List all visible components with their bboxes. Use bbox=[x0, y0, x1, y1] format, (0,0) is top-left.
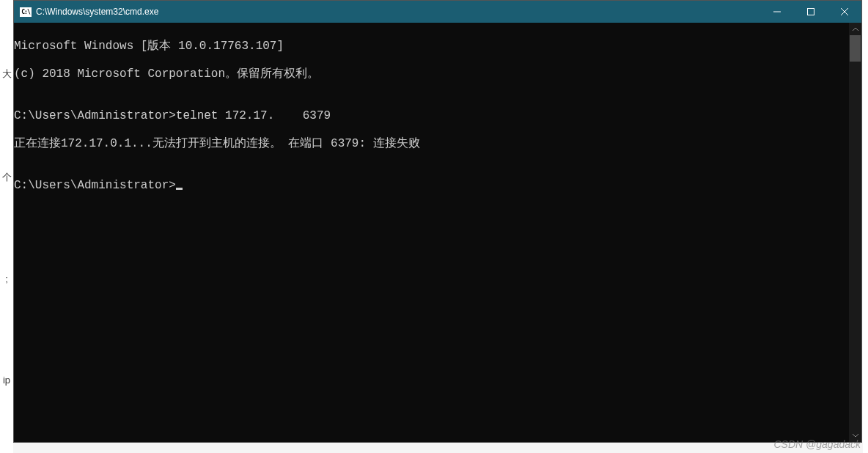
output-line: Microsoft Windows [版本 10.0.17763.107] bbox=[14, 40, 849, 54]
close-button[interactable] bbox=[828, 1, 861, 23]
vertical-scrollbar[interactable] bbox=[849, 23, 861, 442]
text-cursor bbox=[176, 188, 183, 190]
output-line: (c) 2018 Microsoft Corporation。保留所有权利。 bbox=[14, 67, 849, 81]
cmd-window: C:\ C:\Windows\system32\cmd.exe Microsof… bbox=[13, 0, 862, 443]
console-output[interactable]: Microsoft Windows [版本 10.0.17763.107] (c… bbox=[14, 23, 849, 442]
watermark-text: CSDN @gagadack bbox=[774, 438, 861, 450]
prompt: C:\Users\Administrator> bbox=[14, 179, 176, 192]
cmd-icon: C:\ bbox=[20, 7, 32, 17]
chevron-up-icon bbox=[853, 27, 858, 31]
scroll-up-button[interactable] bbox=[849, 23, 861, 35]
page-left-cutoff: 大 个 ; ip bbox=[0, 0, 13, 453]
maximize-button[interactable] bbox=[794, 1, 828, 23]
scrollbar-thumb[interactable] bbox=[850, 35, 861, 62]
minimize-icon bbox=[773, 8, 781, 15]
minimize-button[interactable] bbox=[760, 1, 794, 23]
output-line: 正在连接172.17.0.1...无法打开到主机的连接。 在端口 6379: 连… bbox=[14, 137, 849, 151]
prompt: C:\Users\Administrator> bbox=[14, 109, 176, 122]
svg-rect-1 bbox=[808, 9, 814, 15]
window-title: C:\Windows\system32\cmd.exe bbox=[36, 7, 158, 17]
chevron-down-icon bbox=[853, 434, 858, 438]
command-text: telnet 172.17. 6379 bbox=[176, 109, 331, 122]
output-line: C:\Users\Administrator> bbox=[14, 179, 849, 193]
maximize-icon bbox=[807, 8, 814, 15]
page-right-cutoff bbox=[863, 0, 868, 453]
output-line: C:\Users\Administrator>telnet 172.17. 63… bbox=[14, 109, 849, 123]
titlebar[interactable]: C:\ C:\Windows\system32\cmd.exe bbox=[14, 1, 861, 23]
console-body: Microsoft Windows [版本 10.0.17763.107] (c… bbox=[14, 23, 861, 442]
close-icon bbox=[841, 8, 848, 15]
